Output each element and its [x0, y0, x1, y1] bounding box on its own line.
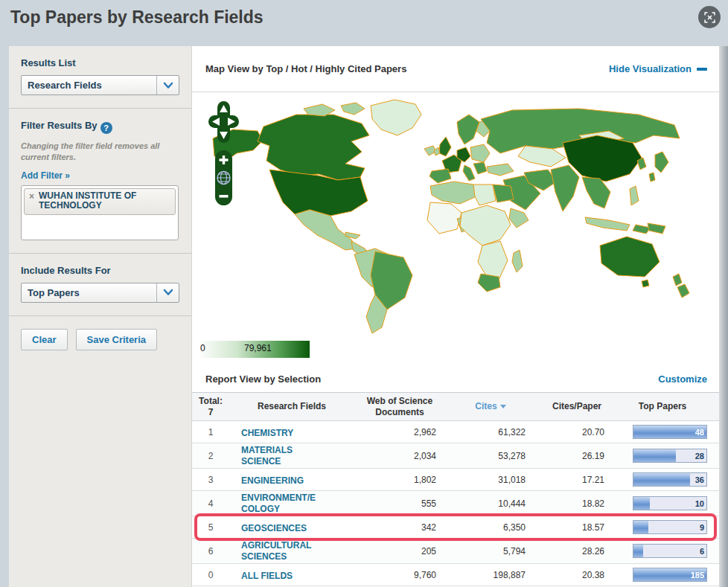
top-papers-bar: 9 [633, 520, 707, 534]
table-row: 4 ENVIRONMENT/ECOLOGY 555 10,444 18.82 1… [192, 491, 719, 516]
field-link[interactable]: GEOSCIENCES [229, 523, 307, 534]
docs-value: 2,034 [354, 451, 445, 461]
page-title: Top Papers by Research Fields [10, 7, 728, 28]
scale-max-label: 79,961 [244, 343, 272, 353]
field-link[interactable]: ENGINEERING [229, 475, 304, 487]
row-rank: 4 [192, 498, 229, 509]
row-rank: 5 [192, 522, 229, 533]
scale-min-label: 0 [200, 343, 205, 353]
results-list-dropdown[interactable]: Research Fields [21, 75, 179, 95]
table-row: 6 AGRICULTURAL SCIENCES 205 5,794 28.26 … [192, 539, 719, 564]
filter-chip[interactable]: × WUHAN INSTITUTE OF TECHNOLOGY [24, 188, 176, 216]
top-papers-bar: 48 [633, 425, 707, 439]
clear-button[interactable]: Clear [21, 329, 68, 350]
cites-per-paper-value: 17.21 [536, 475, 618, 485]
filter-box: × WUHAN INSTITUTE OF TECHNOLOGY [21, 185, 179, 240]
top-papers-bar: 185 [633, 568, 707, 582]
docs-value: 205 [354, 546, 445, 556]
customize-link[interactable]: Customize [658, 373, 707, 385]
col-top-papers: Top Papers [618, 401, 719, 412]
choropleth-map[interactable] [192, 92, 713, 338]
top-papers-value: 185 [691, 571, 704, 580]
filter-title: Filter Results By? [21, 120, 179, 134]
cites-label: Cites [475, 401, 496, 412]
save-criteria-button[interactable]: Save Criteria [76, 329, 158, 350]
field-link[interactable]: CHEMISTRY [229, 428, 293, 439]
include-results-selected: Top Papers [22, 287, 156, 298]
total-count: 7 [192, 407, 229, 418]
table-row: 3 ENGINEERING 1,802 31,018 17.21 36 [192, 469, 719, 491]
docs-value: 555 [354, 498, 445, 509]
table-row: 1 CHEMISTRY 2,962 61,322 20.70 48 [192, 421, 719, 443]
filter-title-text: Filter Results By [21, 120, 98, 131]
field-link[interactable]: AGRICULTURAL SCIENCES [229, 540, 316, 562]
table-row-highlighted: 5 GEOSCIENCES 342 6,350 18.57 9 [192, 516, 719, 539]
top-papers-bar: 6 [633, 544, 707, 558]
cites-per-paper-value: 20.38 [536, 570, 618, 580]
expand-icon [704, 12, 715, 23]
total-label: Total: [192, 396, 229, 407]
main-panel: Map View by Top / Hot / Highly Cited Pap… [192, 46, 719, 587]
cites-per-paper-value: 18.82 [536, 498, 618, 509]
row-rank: 1 [192, 427, 229, 437]
field-link[interactable]: ALL FIELDS [229, 571, 293, 582]
docs-value: 2,962 [354, 427, 445, 437]
report-view-header: Report View by Selection Customize [192, 366, 719, 393]
vertical-scrollbar[interactable] [719, 46, 728, 587]
minus-icon [697, 68, 707, 71]
cites-per-paper-value: 28.26 [536, 546, 618, 556]
cites-sort-button[interactable]: Cites [475, 401, 505, 412]
report-view-title: Report View by Selection [205, 373, 658, 385]
field-link[interactable]: MATERIALS SCIENCE [229, 445, 316, 467]
top-papers-value: 48 [695, 428, 704, 437]
row-rank: 3 [192, 475, 229, 485]
content-card: Results List Research Fields Filter Resu… [9, 46, 719, 587]
top-papers-value: 28 [695, 452, 704, 461]
top-papers-value: 6 [700, 547, 704, 556]
field-link[interactable]: ENVIRONMENT/ECOLOGY [229, 493, 316, 515]
cites-value: 61,322 [445, 427, 536, 437]
cites-value: 5,794 [445, 546, 536, 556]
sidebar: Results List Research Fields Filter Resu… [9, 46, 192, 587]
hide-visualization-label: Hide Visualization [609, 63, 692, 74]
table-header: Total: 7 Research Fields Web of Science … [192, 393, 719, 421]
cites-value: 31,018 [445, 475, 536, 485]
include-results-section: Include Results For Top Papers [9, 254, 191, 316]
filter-chip-label: WUHAN INSTITUTE OF TECHNOLOGY [39, 191, 170, 212]
cites-value: 6,350 [445, 522, 536, 533]
help-icon[interactable]: ? [100, 122, 112, 134]
chevron-down-icon [156, 76, 179, 94]
sidebar-buttons-section: Clear Save Criteria [9, 316, 191, 587]
cites-per-paper-value: 20.70 [536, 427, 618, 437]
map-color-scale: 0 79,961 [198, 341, 310, 358]
top-papers-bar: 10 [633, 496, 707, 510]
docs-value: 1,802 [354, 475, 445, 485]
add-filter-link[interactable]: Add Filter » [21, 170, 70, 181]
col-total: Total: 7 [192, 396, 229, 418]
hide-visualization-link[interactable]: Hide Visualization [609, 63, 707, 74]
map-view-title: Map View by Top / Hot / Highly Cited Pap… [205, 63, 609, 74]
expand-button[interactable] [698, 6, 721, 28]
col-cites: Cites [445, 401, 536, 412]
cites-per-paper-value: 26.19 [536, 451, 618, 461]
zoom-control [215, 150, 232, 205]
col-research-fields: Research Fields [229, 401, 354, 412]
map-controls [207, 100, 241, 208]
results-list-label: Results List [21, 57, 179, 68]
row-rank: 0 [192, 570, 229, 580]
table-row: 2 MATERIALS SCIENCE 2,034 53,278 26.19 2… [192, 443, 719, 469]
top-papers-value: 9 [700, 523, 704, 532]
docs-value: 9,760 [354, 570, 445, 580]
chevron-down-icon [156, 283, 179, 302]
filter-caption: Changing the filter field removes all cu… [21, 141, 173, 163]
remove-filter-icon[interactable]: × [29, 191, 34, 212]
page-header: Top Papers by Research Fields [0, 0, 728, 45]
sort-desc-icon [500, 405, 506, 408]
docs-value: 342 [354, 522, 445, 533]
cites-value: 198,887 [445, 570, 536, 580]
include-results-dropdown[interactable]: Top Papers [21, 283, 179, 303]
top-papers-value: 36 [695, 475, 704, 484]
row-rank: 2 [192, 451, 229, 461]
results-list-section: Results List Research Fields [9, 46, 191, 109]
cites-per-paper-value: 18.57 [536, 522, 618, 533]
